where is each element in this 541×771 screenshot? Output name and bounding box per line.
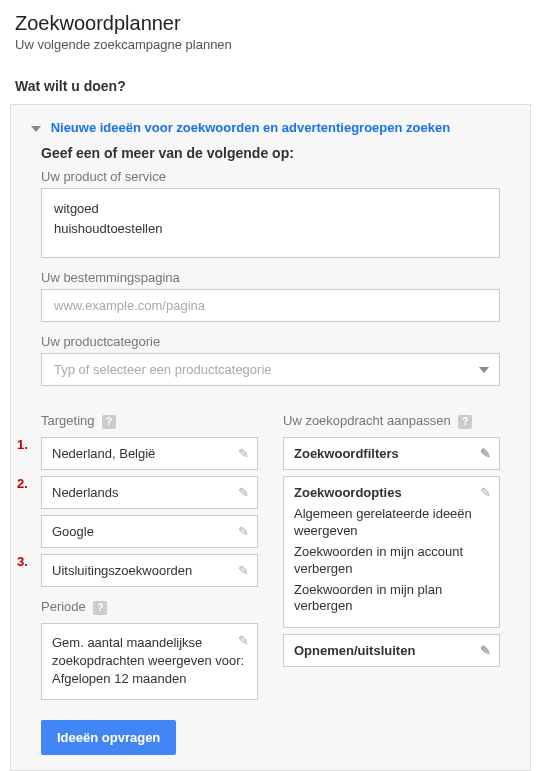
- pencil-icon[interactable]: ✎: [480, 446, 491, 461]
- product-input[interactable]: witgoed huishoudtoestellen: [41, 188, 500, 258]
- product-label: Uw product of service: [41, 169, 500, 184]
- options-title: Zoekwoordopties: [294, 485, 489, 500]
- landing-label: Uw bestemmingspagina: [41, 270, 500, 285]
- landing-input[interactable]: www.example.com/pagina: [41, 289, 500, 322]
- periode-title-text: Periode: [41, 599, 86, 614]
- include-box[interactable]: Opnemen/uitsluiten ✎: [283, 634, 500, 667]
- submit-button[interactable]: Ideeën opvragen: [41, 720, 176, 755]
- filters-value: Zoekwoordfilters: [294, 446, 399, 461]
- network-box[interactable]: Google ✎: [41, 515, 258, 548]
- category-select[interactable]: Typ of selecteer een productcategorie: [41, 353, 500, 386]
- location-box[interactable]: Nederland, België ✎: [41, 437, 258, 470]
- annotation-3: 3.: [17, 554, 28, 569]
- option-item: Zoekwoorden in mijn plan verbergen: [294, 582, 489, 616]
- negative-value: Uitsluitingszoekwoorden: [52, 563, 192, 578]
- language-box[interactable]: Nederlands ✎: [41, 476, 258, 509]
- customize-title: Uw zoekopdracht aanpassen ?: [283, 413, 500, 429]
- pencil-icon[interactable]: ✎: [238, 446, 249, 461]
- help-icon[interactable]: ?: [458, 415, 472, 429]
- help-icon[interactable]: ?: [93, 601, 107, 615]
- customize-title-text: Uw zoekopdracht aanpassen: [283, 413, 451, 428]
- section-title: Geef een of meer van de volgende op:: [11, 145, 530, 169]
- annotation-1: 1.: [17, 437, 28, 452]
- language-value: Nederlands: [52, 485, 119, 500]
- network-value: Google: [52, 524, 94, 539]
- option-item: Zoekwoorden in mijn account verbergen: [294, 544, 489, 578]
- annotation-2: 2.: [17, 476, 28, 491]
- pencil-icon[interactable]: ✎: [238, 524, 249, 539]
- periode-title: Periode ?: [41, 599, 258, 615]
- option-item: Algemeen gerelateerde ideeën weergeven: [294, 506, 489, 540]
- page-title: Zoekwoordplanner: [15, 12, 526, 35]
- collapse-arrow-icon[interactable]: [31, 126, 41, 132]
- page-subtitle: Uw volgende zoekcampagne plannen: [15, 37, 526, 52]
- category-label: Uw productcategorie: [41, 334, 500, 349]
- periode-box[interactable]: Gem. aantal maandelijkse zoekopdrachten …: [41, 623, 258, 700]
- category-placeholder: Typ of selecteer een productcategorie: [54, 362, 272, 377]
- targeting-title-text: Targeting: [41, 413, 94, 428]
- options-box[interactable]: ✎ Zoekwoordopties Algemeen gerelateerde …: [283, 476, 500, 628]
- include-value: Opnemen/uitsluiten: [294, 643, 415, 658]
- targeting-title: Targeting ?: [41, 413, 258, 429]
- filters-box[interactable]: Zoekwoordfilters ✎: [283, 437, 500, 470]
- help-icon[interactable]: ?: [102, 415, 116, 429]
- panel-link[interactable]: Nieuwe ideeën voor zoekwoorden en advert…: [51, 120, 451, 135]
- pencil-icon[interactable]: ✎: [480, 643, 491, 658]
- pencil-icon[interactable]: ✎: [238, 563, 249, 578]
- location-value: Nederland, België: [52, 446, 155, 461]
- main-panel: Nieuwe ideeën voor zoekwoorden en advert…: [10, 104, 531, 771]
- chevron-down-icon: [479, 367, 489, 373]
- pencil-icon[interactable]: ✎: [238, 485, 249, 500]
- question-heading: Wat wilt u doen?: [0, 60, 541, 104]
- negative-box[interactable]: Uitsluitingszoekwoorden ✎: [41, 554, 258, 587]
- pencil-icon[interactable]: ✎: [480, 485, 491, 500]
- pencil-icon[interactable]: ✎: [238, 632, 249, 650]
- periode-text: Gem. aantal maandelijkse zoekopdrachten …: [52, 635, 244, 686]
